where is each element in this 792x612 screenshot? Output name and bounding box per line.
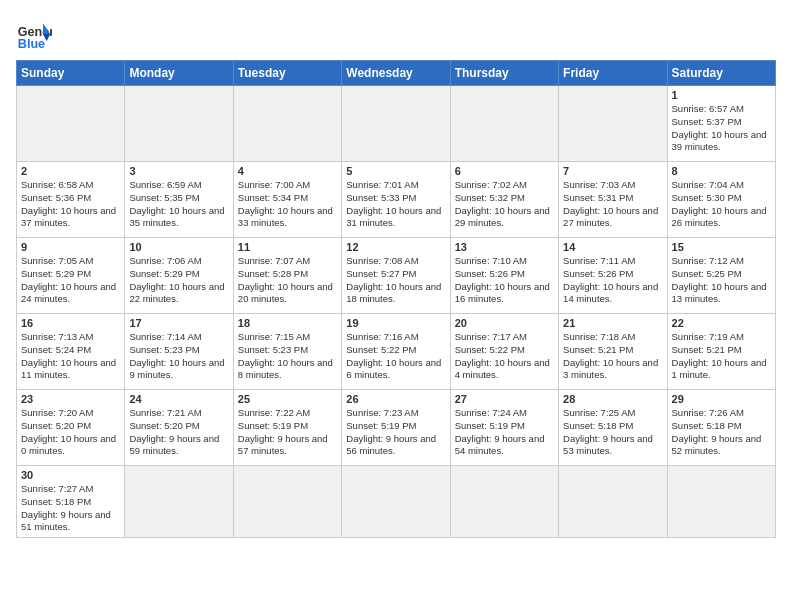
day-cell-1: 1Sunrise: 6:57 AM Sunset: 5:37 PM Daylig… xyxy=(667,86,775,162)
day-cell-3: 3Sunrise: 6:59 AM Sunset: 5:35 PM Daylig… xyxy=(125,162,233,238)
svg-text:Blue: Blue xyxy=(18,37,45,51)
day-info: Sunrise: 7:10 AM Sunset: 5:26 PM Dayligh… xyxy=(455,255,554,306)
day-number: 27 xyxy=(455,393,554,405)
day-number: 5 xyxy=(346,165,445,177)
day-info: Sunrise: 7:21 AM Sunset: 5:20 PM Dayligh… xyxy=(129,407,228,458)
logo: General Blue xyxy=(16,16,56,52)
column-header-wednesday: Wednesday xyxy=(342,61,450,86)
day-info: Sunrise: 7:11 AM Sunset: 5:26 PM Dayligh… xyxy=(563,255,662,306)
day-cell-29: 29Sunrise: 7:26 AM Sunset: 5:18 PM Dayli… xyxy=(667,390,775,466)
day-info: Sunrise: 7:25 AM Sunset: 5:18 PM Dayligh… xyxy=(563,407,662,458)
day-number: 25 xyxy=(238,393,337,405)
day-number: 15 xyxy=(672,241,771,253)
day-cell-13: 13Sunrise: 7:10 AM Sunset: 5:26 PM Dayli… xyxy=(450,238,558,314)
calendar-table: SundayMondayTuesdayWednesdayThursdayFrid… xyxy=(16,60,776,538)
day-cell-5: 5Sunrise: 7:01 AM Sunset: 5:33 PM Daylig… xyxy=(342,162,450,238)
day-number: 24 xyxy=(129,393,228,405)
day-number: 26 xyxy=(346,393,445,405)
day-info: Sunrise: 7:12 AM Sunset: 5:25 PM Dayligh… xyxy=(672,255,771,306)
empty-cell xyxy=(125,466,233,538)
day-info: Sunrise: 7:05 AM Sunset: 5:29 PM Dayligh… xyxy=(21,255,120,306)
day-number: 12 xyxy=(346,241,445,253)
day-info: Sunrise: 7:14 AM Sunset: 5:23 PM Dayligh… xyxy=(129,331,228,382)
day-cell-2: 2Sunrise: 6:58 AM Sunset: 5:36 PM Daylig… xyxy=(17,162,125,238)
day-number: 29 xyxy=(672,393,771,405)
day-number: 8 xyxy=(672,165,771,177)
day-info: Sunrise: 7:22 AM Sunset: 5:19 PM Dayligh… xyxy=(238,407,337,458)
day-number: 2 xyxy=(21,165,120,177)
day-cell-28: 28Sunrise: 7:25 AM Sunset: 5:18 PM Dayli… xyxy=(559,390,667,466)
day-info: Sunrise: 7:18 AM Sunset: 5:21 PM Dayligh… xyxy=(563,331,662,382)
day-info: Sunrise: 7:07 AM Sunset: 5:28 PM Dayligh… xyxy=(238,255,337,306)
day-info: Sunrise: 7:24 AM Sunset: 5:19 PM Dayligh… xyxy=(455,407,554,458)
logo-icon: General Blue xyxy=(16,16,52,52)
day-cell-27: 27Sunrise: 7:24 AM Sunset: 5:19 PM Dayli… xyxy=(450,390,558,466)
empty-cell xyxy=(233,86,341,162)
day-cell-25: 25Sunrise: 7:22 AM Sunset: 5:19 PM Dayli… xyxy=(233,390,341,466)
empty-cell xyxy=(342,86,450,162)
day-number: 14 xyxy=(563,241,662,253)
header: General Blue xyxy=(16,16,776,52)
day-info: Sunrise: 7:00 AM Sunset: 5:34 PM Dayligh… xyxy=(238,179,337,230)
day-cell-14: 14Sunrise: 7:11 AM Sunset: 5:26 PM Dayli… xyxy=(559,238,667,314)
column-header-monday: Monday xyxy=(125,61,233,86)
day-cell-18: 18Sunrise: 7:15 AM Sunset: 5:23 PM Dayli… xyxy=(233,314,341,390)
day-cell-4: 4Sunrise: 7:00 AM Sunset: 5:34 PM Daylig… xyxy=(233,162,341,238)
column-header-thursday: Thursday xyxy=(450,61,558,86)
day-cell-23: 23Sunrise: 7:20 AM Sunset: 5:20 PM Dayli… xyxy=(17,390,125,466)
day-number: 20 xyxy=(455,317,554,329)
day-info: Sunrise: 7:06 AM Sunset: 5:29 PM Dayligh… xyxy=(129,255,228,306)
day-info: Sunrise: 7:23 AM Sunset: 5:19 PM Dayligh… xyxy=(346,407,445,458)
empty-cell xyxy=(342,466,450,538)
day-cell-6: 6Sunrise: 7:02 AM Sunset: 5:32 PM Daylig… xyxy=(450,162,558,238)
day-info: Sunrise: 7:03 AM Sunset: 5:31 PM Dayligh… xyxy=(563,179,662,230)
day-info: Sunrise: 6:58 AM Sunset: 5:36 PM Dayligh… xyxy=(21,179,120,230)
day-number: 9 xyxy=(21,241,120,253)
day-number: 7 xyxy=(563,165,662,177)
day-number: 11 xyxy=(238,241,337,253)
empty-cell xyxy=(17,86,125,162)
day-cell-22: 22Sunrise: 7:19 AM Sunset: 5:21 PM Dayli… xyxy=(667,314,775,390)
day-number: 28 xyxy=(563,393,662,405)
day-cell-17: 17Sunrise: 7:14 AM Sunset: 5:23 PM Dayli… xyxy=(125,314,233,390)
day-cell-11: 11Sunrise: 7:07 AM Sunset: 5:28 PM Dayli… xyxy=(233,238,341,314)
day-info: Sunrise: 7:17 AM Sunset: 5:22 PM Dayligh… xyxy=(455,331,554,382)
day-cell-10: 10Sunrise: 7:06 AM Sunset: 5:29 PM Dayli… xyxy=(125,238,233,314)
day-cell-19: 19Sunrise: 7:16 AM Sunset: 5:22 PM Dayli… xyxy=(342,314,450,390)
day-cell-8: 8Sunrise: 7:04 AM Sunset: 5:30 PM Daylig… xyxy=(667,162,775,238)
day-cell-15: 15Sunrise: 7:12 AM Sunset: 5:25 PM Dayli… xyxy=(667,238,775,314)
day-number: 23 xyxy=(21,393,120,405)
day-cell-26: 26Sunrise: 7:23 AM Sunset: 5:19 PM Dayli… xyxy=(342,390,450,466)
day-cell-16: 16Sunrise: 7:13 AM Sunset: 5:24 PM Dayli… xyxy=(17,314,125,390)
day-info: Sunrise: 6:59 AM Sunset: 5:35 PM Dayligh… xyxy=(129,179,228,230)
day-cell-21: 21Sunrise: 7:18 AM Sunset: 5:21 PM Dayli… xyxy=(559,314,667,390)
day-info: Sunrise: 7:20 AM Sunset: 5:20 PM Dayligh… xyxy=(21,407,120,458)
day-number: 10 xyxy=(129,241,228,253)
day-cell-12: 12Sunrise: 7:08 AM Sunset: 5:27 PM Dayli… xyxy=(342,238,450,314)
column-header-tuesday: Tuesday xyxy=(233,61,341,86)
day-info: Sunrise: 7:19 AM Sunset: 5:21 PM Dayligh… xyxy=(672,331,771,382)
column-header-saturday: Saturday xyxy=(667,61,775,86)
column-header-sunday: Sunday xyxy=(17,61,125,86)
day-number: 6 xyxy=(455,165,554,177)
day-number: 18 xyxy=(238,317,337,329)
empty-cell xyxy=(450,86,558,162)
day-info: Sunrise: 7:27 AM Sunset: 5:18 PM Dayligh… xyxy=(21,483,120,534)
empty-cell xyxy=(667,466,775,538)
day-info: Sunrise: 7:02 AM Sunset: 5:32 PM Dayligh… xyxy=(455,179,554,230)
day-number: 16 xyxy=(21,317,120,329)
day-number: 3 xyxy=(129,165,228,177)
day-cell-7: 7Sunrise: 7:03 AM Sunset: 5:31 PM Daylig… xyxy=(559,162,667,238)
day-info: Sunrise: 6:57 AM Sunset: 5:37 PM Dayligh… xyxy=(672,103,771,154)
day-number: 19 xyxy=(346,317,445,329)
day-number: 13 xyxy=(455,241,554,253)
day-number: 4 xyxy=(238,165,337,177)
day-info: Sunrise: 7:01 AM Sunset: 5:33 PM Dayligh… xyxy=(346,179,445,230)
day-number: 17 xyxy=(129,317,228,329)
day-cell-30: 30Sunrise: 7:27 AM Sunset: 5:18 PM Dayli… xyxy=(17,466,125,538)
column-header-friday: Friday xyxy=(559,61,667,86)
day-cell-20: 20Sunrise: 7:17 AM Sunset: 5:22 PM Dayli… xyxy=(450,314,558,390)
day-cell-24: 24Sunrise: 7:21 AM Sunset: 5:20 PM Dayli… xyxy=(125,390,233,466)
day-info: Sunrise: 7:08 AM Sunset: 5:27 PM Dayligh… xyxy=(346,255,445,306)
day-info: Sunrise: 7:04 AM Sunset: 5:30 PM Dayligh… xyxy=(672,179,771,230)
